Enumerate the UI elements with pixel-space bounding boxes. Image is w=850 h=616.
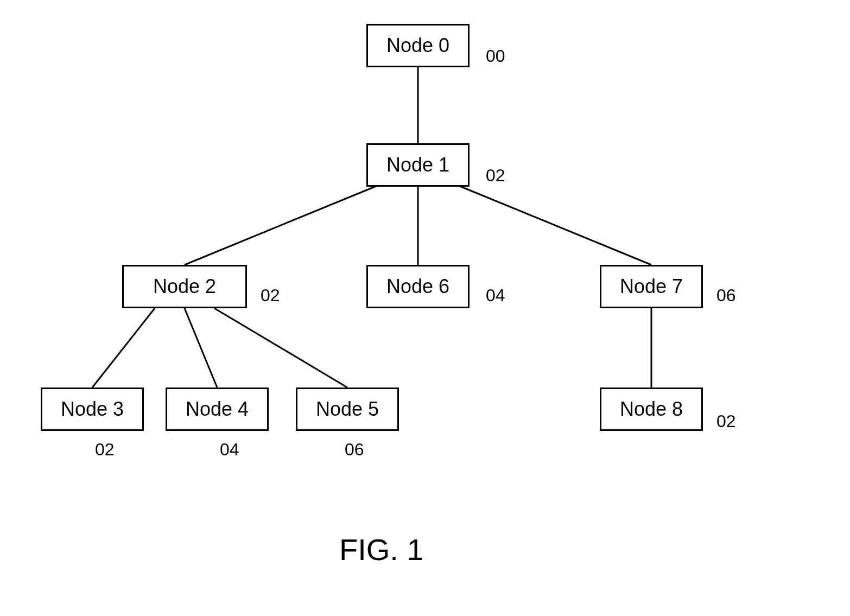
node-0: Node 0 xyxy=(366,24,470,67)
node-4-label: Node 4 xyxy=(186,398,249,421)
node-8-label: Node 8 xyxy=(620,398,683,421)
node-7-label: Node 7 xyxy=(620,275,683,298)
node-5-ref: 06 xyxy=(345,440,364,460)
node-6-label: Node 6 xyxy=(386,275,449,298)
svg-line-6 xyxy=(214,308,347,388)
node-2: Node 2 xyxy=(122,265,247,308)
node-1: Node 1 xyxy=(366,143,470,187)
node-3: Node 3 xyxy=(41,388,144,431)
node-3-label: Node 3 xyxy=(61,398,124,421)
node-0-ref: 00 xyxy=(486,46,505,66)
node-2-ref: 02 xyxy=(261,285,280,306)
svg-line-5 xyxy=(185,308,217,388)
node-4-ref: 04 xyxy=(220,440,239,460)
svg-line-3 xyxy=(460,186,651,265)
node-6-ref: 04 xyxy=(486,285,505,306)
node-7: Node 7 xyxy=(600,265,703,308)
node-2-label: Node 2 xyxy=(153,275,216,298)
node-1-label: Node 1 xyxy=(386,154,449,176)
svg-line-1 xyxy=(185,186,376,265)
node-6: Node 6 xyxy=(366,265,470,308)
node-8-ref: 02 xyxy=(716,411,736,431)
svg-line-4 xyxy=(92,308,155,388)
node-5-label: Node 5 xyxy=(316,398,379,421)
node-3-ref: 02 xyxy=(95,440,115,460)
node-5: Node 5 xyxy=(296,388,399,431)
node-0-label: Node 0 xyxy=(386,34,449,57)
node-4: Node 4 xyxy=(166,388,269,431)
node-8: Node 8 xyxy=(600,388,703,431)
node-1-ref: 02 xyxy=(486,166,505,186)
node-7-ref: 06 xyxy=(716,285,736,306)
figure-label: FIG. 1 xyxy=(339,532,424,567)
diagram-container: Node 0 00 Node 1 02 Node 2 02 Node 6 04 … xyxy=(0,0,850,616)
